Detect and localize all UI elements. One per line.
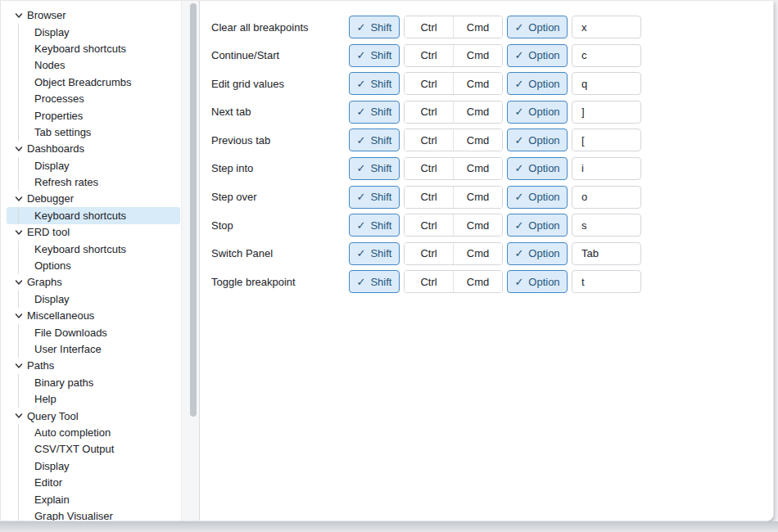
shift-toggle-label: Shift: [370, 78, 391, 90]
tree-leaf[interactable]: Nodes: [7, 57, 180, 74]
shift-toggle-button[interactable]: ✓ Shift: [349, 72, 400, 95]
shift-toggle-button[interactable]: ✓ Shift: [349, 186, 400, 209]
shortcut-row: Edit grid values ✓ Shift Ctrl Cmd ✓ Opti…: [211, 72, 773, 95]
ctrl-toggle-button[interactable]: Ctrl: [405, 214, 454, 236]
tree-leaf[interactable]: Processes: [7, 90, 180, 106]
tree-leaf[interactable]: User Interface: [7, 340, 180, 357]
shortcut-key-input[interactable]: [572, 44, 641, 67]
ctrl-toggle-button[interactable]: Ctrl: [405, 158, 454, 179]
ctrl-toggle-button[interactable]: Ctrl: [405, 243, 454, 264]
shift-toggle-button[interactable]: ✓ Shift: [349, 157, 400, 180]
check-icon: ✓: [357, 50, 366, 61]
tree-node-label: Debugger: [27, 192, 74, 205]
tree-node[interactable]: Graphs: [7, 274, 180, 291]
option-toggle-button[interactable]: ✓ Option: [507, 16, 568, 38]
cmd-toggle-button[interactable]: Cmd: [454, 16, 502, 38]
chevron-down-icon: [15, 11, 23, 20]
tree-leaf[interactable]: Keyboard shortcuts: [7, 207, 180, 223]
check-icon: ✓: [514, 192, 523, 202]
ctrl-toggle-label: Ctrl: [420, 134, 436, 147]
tree-leaf[interactable]: Help: [7, 390, 180, 407]
cmd-toggle-button[interactable]: Cmd: [454, 271, 502, 292]
tree-leaf[interactable]: Refresh rates: [7, 174, 180, 190]
tree-leaf-label: Keyboard shortcuts: [34, 243, 126, 255]
shortcut-key-input[interactable]: [572, 16, 641, 38]
tree-node[interactable]: Miscellaneous: [7, 308, 180, 324]
tree-leaf[interactable]: Display: [7, 291, 180, 307]
shift-toggle-button[interactable]: ✓ Shift: [349, 16, 400, 38]
shift-toggle-label: Shift: [370, 247, 391, 259]
ctrl-toggle-button[interactable]: Ctrl: [405, 187, 454, 208]
ctrl-toggle-button[interactable]: Ctrl: [405, 129, 454, 151]
check-icon: ✓: [357, 248, 366, 259]
tree-leaf[interactable]: Options: [7, 257, 180, 273]
tree-leaf-label: Refresh rates: [34, 176, 98, 188]
tree-leaf[interactable]: Display: [7, 24, 180, 40]
option-toggle-button[interactable]: ✓ Option: [507, 101, 568, 124]
cmd-toggle-button[interactable]: Cmd: [454, 214, 502, 236]
tree-leaf[interactable]: Editor: [7, 474, 180, 490]
option-toggle-button[interactable]: ✓ Option: [507, 270, 568, 293]
option-toggle-button[interactable]: ✓ Option: [507, 157, 568, 180]
cmd-toggle-button[interactable]: Cmd: [454, 101, 502, 123]
sidebar-scrollbar-thumb[interactable]: [190, 3, 197, 417]
tree-node[interactable]: Browser: [7, 7, 180, 24]
tree-leaf[interactable]: Auto completion: [7, 424, 180, 440]
cmd-toggle-button[interactable]: Cmd: [454, 243, 502, 264]
shift-toggle-button[interactable]: ✓ Shift: [349, 214, 400, 237]
cmd-toggle-button[interactable]: Cmd: [454, 73, 502, 94]
shortcut-key-input[interactable]: [572, 72, 641, 95]
tree-leaf[interactable]: Tab settings: [7, 124, 180, 140]
tree-leaf[interactable]: Keyboard shortcuts: [7, 40, 180, 56]
ctrl-toggle-button[interactable]: Ctrl: [405, 271, 454, 292]
tree-node[interactable]: Paths: [7, 358, 180, 374]
shortcut-label: Toggle breakpoint: [211, 276, 349, 288]
option-toggle-button[interactable]: ✓ Option: [507, 128, 568, 151]
tree-node[interactable]: Dashboards: [7, 141, 180, 157]
tree-node[interactable]: Query Tool: [7, 408, 180, 424]
cmd-toggle-button[interactable]: Cmd: [454, 45, 502, 66]
tree-leaf[interactable]: File Downloads: [7, 324, 180, 340]
tree-leaf[interactable]: Display: [7, 458, 180, 474]
shift-toggle-button[interactable]: ✓ Shift: [349, 128, 400, 151]
sidebar-scrollbar-track[interactable]: [181, 1, 200, 521]
ctrl-toggle-button[interactable]: Ctrl: [405, 101, 454, 123]
ctrl-toggle-button[interactable]: Ctrl: [405, 16, 454, 38]
shift-toggle-button[interactable]: ✓ Shift: [349, 242, 400, 265]
tree-leaf[interactable]: CSV/TXT Output: [7, 441, 180, 458]
tree-leaf[interactable]: Properties: [7, 107, 180, 124]
option-toggle-button[interactable]: ✓ Option: [507, 186, 568, 209]
tree-leaf[interactable]: Graph Visualiser: [7, 507, 180, 521]
tree-leaf[interactable]: Explain: [7, 491, 180, 507]
shift-toggle-button[interactable]: ✓ Shift: [349, 101, 400, 124]
tree-children-group: Display Refresh rates: [7, 157, 180, 191]
tree-leaf[interactable]: Display: [7, 157, 180, 174]
cmd-toggle-button[interactable]: Cmd: [454, 158, 502, 179]
tree-leaf[interactable]: Keyboard shortcuts: [7, 241, 180, 257]
cmd-toggle-button[interactable]: Cmd: [454, 187, 502, 208]
shortcut-key-input[interactable]: [572, 101, 641, 124]
option-toggle-button[interactable]: ✓ Option: [507, 242, 568, 265]
shortcut-key-input[interactable]: [572, 214, 641, 237]
shortcut-key-input[interactable]: [572, 242, 641, 265]
tree-leaf[interactable]: Object Breadcrumbs: [7, 74, 180, 90]
shortcut-row: Step into ✓ Shift Ctrl Cmd ✓ Option: [211, 157, 773, 180]
ctrl-toggle-button[interactable]: Ctrl: [405, 45, 454, 66]
tree-leaf[interactable]: Binary paths: [7, 374, 180, 390]
option-toggle-button[interactable]: ✓ Option: [507, 44, 568, 67]
shortcut-key-input[interactable]: [572, 270, 641, 293]
tree-node[interactable]: Debugger: [7, 191, 180, 207]
ctrl-toggle-button[interactable]: Ctrl: [405, 73, 454, 94]
tree-node[interactable]: ERD tool: [7, 224, 180, 241]
shift-toggle-button[interactable]: ✓ Shift: [349, 270, 400, 293]
shortcut-row: Clear all breakpoints ✓ Shift Ctrl Cmd ✓…: [211, 16, 773, 38]
option-toggle-button[interactable]: ✓ Option: [507, 72, 568, 95]
option-toggle-button[interactable]: ✓ Option: [507, 214, 568, 237]
shortcut-key-input[interactable]: [572, 157, 641, 180]
shortcut-key-input[interactable]: [572, 128, 641, 151]
shift-toggle-button[interactable]: ✓ Shift: [349, 44, 400, 67]
cmd-toggle-label: Cmd: [467, 276, 489, 288]
cmd-toggle-button[interactable]: Cmd: [454, 129, 502, 151]
shortcut-key-input[interactable]: [572, 186, 641, 209]
tree-node-label: Browser: [27, 9, 66, 21]
